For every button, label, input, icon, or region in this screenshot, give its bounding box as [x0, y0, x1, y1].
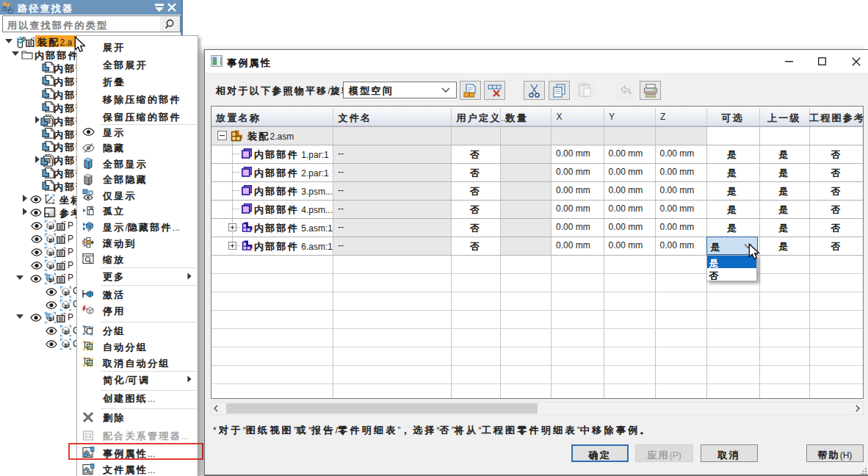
svg-text:z: z [47, 193, 49, 197]
svg-text:x: x [52, 198, 55, 202]
svg-text:y: y [52, 193, 55, 197]
